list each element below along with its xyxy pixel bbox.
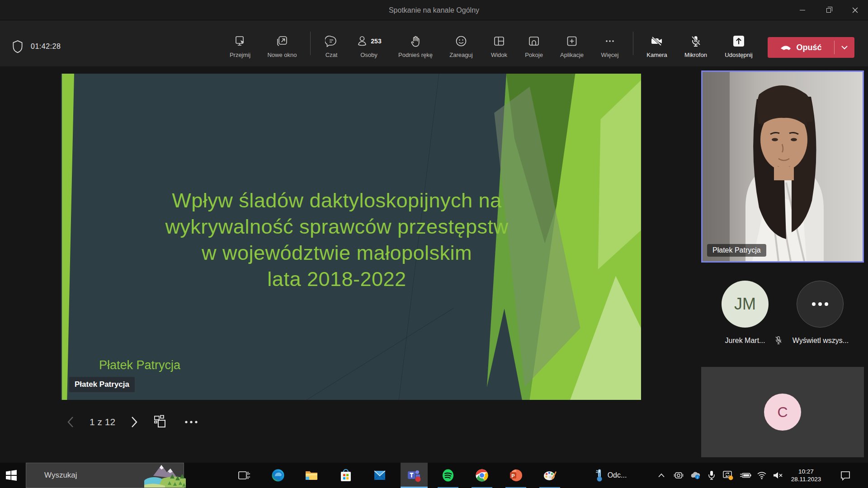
search-input[interactable] bbox=[44, 471, 144, 480]
tray-onedrive-icon[interactable]: i bbox=[689, 463, 702, 488]
chat-icon bbox=[325, 35, 338, 47]
next-slide-button[interactable] bbox=[131, 416, 138, 428]
rooms-icon bbox=[528, 35, 540, 47]
taskbar-clock[interactable]: 10:27 28.11.2023 bbox=[788, 463, 825, 488]
view-icon bbox=[493, 35, 505, 47]
taskbar-app-edge[interactable] bbox=[264, 463, 292, 488]
chrome-icon bbox=[475, 469, 489, 482]
tray-battery-icon[interactable] bbox=[738, 463, 753, 488]
toolbar-divider bbox=[305, 20, 316, 66]
view-button[interactable]: Widok bbox=[482, 20, 516, 66]
windows-logo-icon bbox=[5, 469, 17, 481]
more-button[interactable]: Więcej bbox=[592, 20, 627, 66]
people-button[interactable]: 253 Osoby bbox=[347, 20, 391, 66]
edge-icon bbox=[271, 469, 285, 482]
tray-expand-button[interactable] bbox=[655, 463, 668, 488]
leave-button[interactable]: Opuść bbox=[768, 37, 854, 58]
new-window-icon bbox=[276, 35, 288, 47]
take-control-button[interactable]: Przejmij bbox=[221, 20, 259, 66]
taskbar-app-chrome[interactable] bbox=[468, 463, 495, 488]
slide-title: Wpływ śladów daktyloskopijnych na wykryw… bbox=[111, 188, 563, 292]
paint-icon bbox=[543, 469, 557, 482]
raise-hand-icon bbox=[410, 35, 421, 47]
new-window-button[interactable]: Nowe okno bbox=[259, 20, 305, 66]
participant-initial: C bbox=[777, 404, 788, 421]
slide-left-wedge bbox=[62, 74, 74, 400]
close-icon bbox=[852, 7, 858, 13]
microphone-glyph bbox=[708, 470, 715, 480]
powerpoint-icon: P bbox=[509, 469, 523, 482]
react-icon bbox=[455, 35, 467, 47]
taskbar-app-mail[interactable] bbox=[366, 463, 393, 488]
taskbar-app-file-explorer[interactable] bbox=[298, 463, 325, 488]
rooms-button[interactable]: Pokoje bbox=[516, 20, 552, 66]
minimize-button[interactable] bbox=[789, 0, 816, 20]
apps-icon bbox=[566, 35, 578, 47]
search-weather-art bbox=[144, 463, 186, 488]
participant-avatar: C bbox=[764, 394, 801, 431]
share-button[interactable]: Udostępnij bbox=[716, 20, 761, 66]
task-view-icon bbox=[238, 470, 250, 481]
taskbar-app-paint[interactable] bbox=[536, 463, 563, 488]
view-all-participants-button[interactable] bbox=[797, 281, 844, 328]
participant-muted-icon bbox=[774, 336, 783, 345]
weather-widget[interactable]: Odc... bbox=[586, 463, 636, 488]
meeting-stage: Wpływ śladów daktyloskopijnych na wykryw… bbox=[0, 66, 868, 463]
file-explorer-icon bbox=[305, 469, 318, 481]
participant-count: 253 bbox=[371, 38, 381, 45]
previous-slide-button[interactable] bbox=[67, 416, 74, 428]
slide-author: Płatek Patrycja bbox=[99, 358, 180, 372]
leave-options-button[interactable] bbox=[835, 45, 854, 50]
tray-microphone-icon[interactable] bbox=[705, 463, 718, 488]
apps-button[interactable]: Aplikacje bbox=[552, 20, 592, 66]
chat-button[interactable]: Czat bbox=[316, 20, 347, 66]
take-control-icon bbox=[234, 35, 246, 47]
tray-volume-icon[interactable] bbox=[771, 463, 785, 488]
wifi-glyph bbox=[757, 471, 767, 479]
slide-navigation: 1 z 12 bbox=[67, 411, 198, 433]
action-center-button[interactable] bbox=[835, 463, 855, 488]
slide-position: 1 z 12 bbox=[90, 417, 115, 427]
taskbar-app-store[interactable] bbox=[332, 463, 359, 488]
clock-time: 10:27 bbox=[798, 468, 814, 475]
speaker-video-tile[interactable]: Płatek Patrycja bbox=[701, 70, 864, 263]
camera-button[interactable]: Kamera bbox=[638, 20, 675, 66]
slide-more-options-button[interactable] bbox=[184, 420, 198, 424]
shared-presentation-slide[interactable]: Wpływ śladów daktyloskopijnych na wykryw… bbox=[61, 74, 641, 400]
speaker-video-feed bbox=[703, 72, 863, 261]
more-icon bbox=[604, 35, 616, 47]
mic-button[interactable]: Mikrofon bbox=[675, 20, 716, 66]
camera-glyph bbox=[674, 471, 684, 480]
close-button[interactable] bbox=[842, 0, 868, 20]
volume-muted-glyph bbox=[773, 471, 783, 479]
participant-name: Jurek Mart... bbox=[718, 337, 772, 345]
taskbar-search[interactable] bbox=[26, 463, 184, 488]
taskbar-app-powerpoint[interactable]: P bbox=[502, 463, 529, 488]
teams-icon bbox=[407, 469, 421, 482]
minimize-icon bbox=[800, 10, 805, 11]
meeting-timer: 01:42:28 bbox=[31, 42, 61, 51]
window-controls bbox=[789, 0, 868, 20]
tray-wifi-icon[interactable] bbox=[755, 463, 769, 488]
ellipsis-icon bbox=[810, 301, 830, 307]
participant-avatar[interactable]: JM bbox=[722, 281, 769, 328]
window-title: Spotkanie na kanale Ogólny bbox=[0, 0, 868, 20]
browse-slides-button[interactable] bbox=[153, 415, 169, 429]
raise-hand-button[interactable]: Podnieś rękę bbox=[391, 20, 440, 66]
battery-charging-glyph bbox=[740, 472, 751, 479]
taskbar-app-teams[interactable] bbox=[401, 463, 428, 488]
cloud-glyph: i bbox=[690, 471, 701, 479]
leave-label: Opuść bbox=[796, 43, 821, 52]
start-button[interactable] bbox=[0, 463, 23, 488]
weather-label: Odc... bbox=[608, 471, 627, 479]
taskbar-app-spotify[interactable] bbox=[434, 463, 462, 488]
react-button[interactable]: Zareaguj bbox=[440, 20, 482, 66]
windows-taskbar: P Odc... bbox=[0, 463, 868, 488]
chevron-down-icon bbox=[841, 45, 848, 50]
restore-button[interactable] bbox=[816, 0, 842, 20]
task-view-button[interactable] bbox=[235, 463, 253, 488]
tray-sync-icon[interactable] bbox=[721, 463, 735, 488]
presenter-name-tag: Płatek Patrycja bbox=[69, 377, 135, 392]
tray-camera-icon[interactable] bbox=[672, 463, 685, 488]
participant-tile[interactable]: C bbox=[701, 367, 864, 457]
